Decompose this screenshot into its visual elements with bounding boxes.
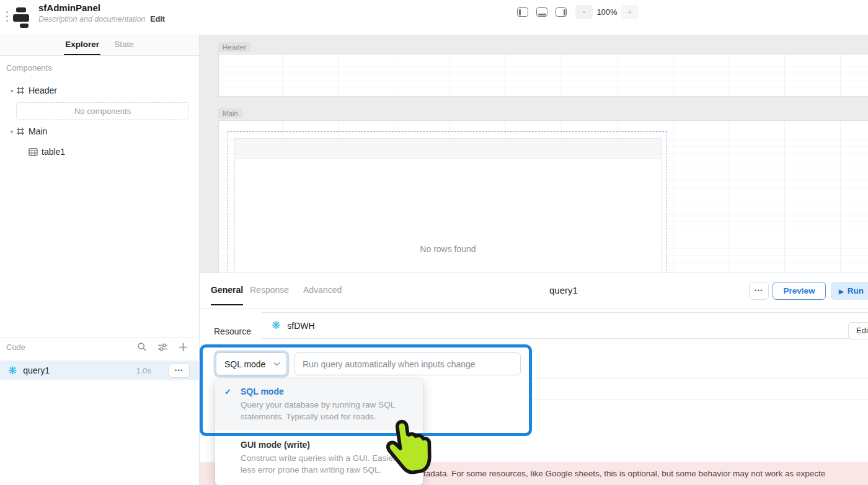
app-title: sfAdminPanel xyxy=(38,2,100,13)
run-button[interactable]: ▶Run xyxy=(831,282,868,300)
zoom-level: 100% xyxy=(593,7,621,17)
pointer-hand-cursor xyxy=(381,414,436,483)
snowflake-icon: ❋ xyxy=(8,365,17,376)
filter-sliders-icon[interactable] xyxy=(157,343,168,352)
zoom-in-button[interactable]: + xyxy=(621,5,639,19)
toggle-left-panel-icon[interactable] xyxy=(517,7,528,17)
tab-explorer[interactable]: Explorer xyxy=(65,35,99,55)
toggle-right-panel-icon[interactable] xyxy=(556,7,567,17)
preview-button[interactable]: Preview xyxy=(773,282,826,300)
tree-item-label[interactable]: table1 xyxy=(42,147,65,157)
toggle-bottom-panel-icon[interactable] xyxy=(536,7,547,17)
tab-general[interactable]: General xyxy=(211,285,243,295)
warning-text: tadata. For some resources, like Google … xyxy=(423,469,825,478)
tree-item-main[interactable]: ▾ Main xyxy=(7,126,47,137)
query-more-button[interactable]: ••• xyxy=(169,363,190,378)
app-subtitle: Description and documentationEdit xyxy=(38,15,165,24)
app-logo-icon xyxy=(6,6,33,28)
option-label[interactable]: SQL mode xyxy=(241,387,284,396)
resource-select[interactable]: ❋ sfDWH xyxy=(262,312,868,339)
main-frame-tag[interactable]: Main xyxy=(218,108,242,118)
query-name[interactable]: query1 xyxy=(23,365,50,375)
table-header-row xyxy=(235,139,661,159)
left-sidebar: Explorer State Components ▾ Header No co… xyxy=(0,35,200,485)
row-divider xyxy=(532,378,868,379)
frame-icon xyxy=(16,127,25,136)
search-icon[interactable] xyxy=(137,342,147,352)
query-more-button[interactable]: ••• xyxy=(749,282,769,300)
zoom-controls: - 100% + xyxy=(575,5,639,19)
query-mode-value: SQL mode xyxy=(224,359,273,369)
table1-component-selection[interactable]: No rows found xyxy=(228,131,667,273)
tab-state[interactable]: State xyxy=(114,35,134,55)
tree-item-label[interactable]: Header xyxy=(29,85,57,95)
components-section-label: Components xyxy=(6,63,52,72)
edit-description-button[interactable]: Edit xyxy=(150,15,165,24)
panel-toggles xyxy=(517,7,567,17)
play-icon: ▶ xyxy=(839,288,844,295)
tree-item-table1[interactable]: table1 xyxy=(29,146,65,157)
tab-advanced[interactable]: Advanced xyxy=(303,285,342,295)
query-mode-select[interactable]: SQL mode xyxy=(216,352,287,375)
table1-component[interactable]: No rows found xyxy=(234,138,662,273)
tree-item-label[interactable]: Main xyxy=(29,126,47,136)
chevron-down-icon[interactable]: ▾ xyxy=(7,87,16,94)
resource-edit-button[interactable]: Edit xyxy=(848,322,868,339)
code-section-label: Code xyxy=(6,343,25,352)
table-empty-state: No rows found xyxy=(235,244,661,254)
row-divider xyxy=(532,399,868,400)
tree-item-header[interactable]: ▾ Header xyxy=(7,85,57,96)
top-bar: sfAdminPanel Description and documentati… xyxy=(0,0,868,35)
snowflake-icon: ❋ xyxy=(272,320,280,331)
table-icon xyxy=(29,148,38,156)
resource-value: sfDWH xyxy=(287,321,314,331)
query-duration: 1.0s xyxy=(136,366,151,375)
chevron-down-icon[interactable]: ▾ xyxy=(7,128,16,135)
zoom-out-button[interactable]: - xyxy=(575,5,593,19)
add-query-icon[interactable] xyxy=(179,343,188,352)
header-frame[interactable] xyxy=(218,54,868,97)
run-behavior-select[interactable]: Run query automatically when inputs chan… xyxy=(294,352,521,375)
header-frame-tag[interactable]: Header xyxy=(218,42,250,52)
resource-label: Resource xyxy=(214,326,251,336)
app-description: Description and documentation xyxy=(38,15,145,24)
option-label[interactable]: GUI mode (write) xyxy=(241,440,310,450)
query-panel-tabs: General Response Advanced query1 ••• Pre… xyxy=(200,273,868,308)
frame-icon xyxy=(16,86,25,95)
no-components-placeholder: No components xyxy=(16,102,189,120)
sidebar-tabs: Explorer State xyxy=(0,35,199,56)
editor-canvas[interactable]: Header Main No rows found xyxy=(200,35,868,273)
tab-response[interactable]: Response xyxy=(250,285,289,295)
chevron-down-icon xyxy=(273,362,280,366)
query-panel-title: query1 xyxy=(549,285,578,295)
check-icon: ✓ xyxy=(224,387,241,396)
code-list-item-query1[interactable]: ❋ query1 1.0s ••• xyxy=(0,360,200,380)
